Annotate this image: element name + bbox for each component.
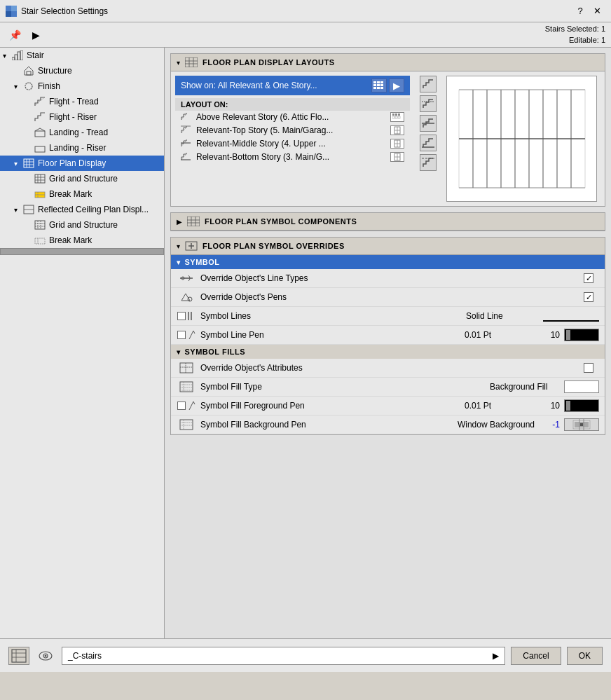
fills-sub-arrow: ▾ xyxy=(177,348,181,356)
sidebar-item-landing-tread[interactable]: Landing - Tread xyxy=(0,125,164,140)
symbol-line-pen-label: Symbol Line Pen xyxy=(200,330,460,340)
symbol-line-pen-color[interactable] xyxy=(564,329,599,341)
status-bar: Stairs Selected: 1 Editable: 1 xyxy=(545,24,605,46)
sidebar-item-flight-tread[interactable]: Flight - Tread xyxy=(0,94,164,109)
sidebar-item-break-mark-2[interactable]: Break Mark xyxy=(0,233,164,248)
svg-rect-49 xyxy=(395,114,397,116)
layout-row-1[interactable]: Relevant-Top Story (5. Main/Garag... xyxy=(175,124,410,137)
floor-plan-symbol-components-section: ▶ FLOOR PLAN SYMBOL COMPONENTS xyxy=(170,212,605,231)
layout-row-0[interactable]: Above Relevant Story (6. Attic Flo... xyxy=(175,111,410,124)
fill-bg-pen-num: -1 xyxy=(539,420,560,430)
pin-button[interactable]: 📌 xyxy=(6,26,24,44)
ok-button[interactable]: OK xyxy=(567,647,603,665)
override-attributes-checkbox[interactable] xyxy=(584,363,593,373)
svg-rect-82 xyxy=(187,217,200,226)
thumb-btn-3[interactable] xyxy=(420,135,437,151)
svg-rect-11 xyxy=(35,146,45,152)
svg-rect-1 xyxy=(11,6,17,11)
break-mark-2-label: Break Mark xyxy=(49,235,92,245)
help-button[interactable]: ? xyxy=(572,3,589,20)
fill-fg-pen-checkbox[interactable] xyxy=(177,402,186,410)
symbol-lines-value: Solid Line xyxy=(466,311,536,321)
selected-layout-row[interactable]: Show on: All Relevant & One Story... xyxy=(175,76,410,95)
layout-row-2[interactable]: Relevant-Middle Story (4. Upper ... xyxy=(175,137,410,151)
symbol-line-pen-checkbox[interactable] xyxy=(177,331,186,339)
floor-plan-symbol-overrides-section: ▾ FLOOR PLAN SYMBOL OVERRIDES ▾ SYMBOL xyxy=(170,237,605,435)
svg-rect-43 xyxy=(377,84,380,86)
thumb-btn-4[interactable] xyxy=(420,154,437,171)
symbol-components-header[interactable]: ▶ FLOOR PLAN SYMBOL COMPONENTS xyxy=(171,213,605,231)
cancel-button[interactable]: Cancel xyxy=(511,647,561,665)
sidebar-item-finish[interactable]: ▾ Finish xyxy=(0,78,164,94)
bottom-eye-icon[interactable] xyxy=(35,647,56,665)
override-line-types-icon xyxy=(177,271,196,285)
symbol-lines-label: Symbol Lines xyxy=(200,311,462,321)
prop-override-attributes: Override Object's Attributes xyxy=(171,359,605,378)
fill-type-color[interactable] xyxy=(564,380,599,393)
thumb-btn-2[interactable] xyxy=(420,115,437,132)
structure-icon xyxy=(22,65,35,76)
sidebar-item-reflected-ceiling[interactable]: ▾ Reflected Ceiling Plan Displ... xyxy=(0,202,164,217)
override-line-types-checkbox[interactable] xyxy=(584,273,593,283)
bottom-library-icon[interactable] xyxy=(8,647,29,665)
thumb-btn-1[interactable] xyxy=(420,95,437,112)
floor-plan-icon xyxy=(22,158,35,169)
symbol-fills-sub-header[interactable]: ▾ SYMBOL FILLS xyxy=(171,345,605,359)
title-bar: Stair Selection Settings ? ✕ xyxy=(0,0,611,22)
svg-rect-51 xyxy=(392,116,394,118)
thumb-btn-0[interactable] xyxy=(420,76,437,92)
prop-fill-type: Symbol Fill Type Background Fill xyxy=(171,378,605,397)
sidebar-item-floor-plan-display[interactable]: ▾ Floor Plan Display xyxy=(0,156,164,171)
fill-fg-pen-label: Symbol Fill Foreground Pen xyxy=(200,401,460,411)
override-pens-label: Override Object's Pens xyxy=(200,292,574,302)
svg-rect-2 xyxy=(6,11,11,17)
prop-override-pens: Override Object's Pens xyxy=(171,288,605,307)
fill-fg-pen-color[interactable] xyxy=(564,399,599,412)
toolbar: 📌 ▶ Stairs Selected: 1 Editable: 1 xyxy=(0,22,611,48)
symbol-sub-header[interactable]: ▾ SYMBOL xyxy=(171,255,605,269)
floor-plan-layouts-header[interactable]: ▾ FLOOR PLAN DISPLAY LAYOUTS xyxy=(171,54,605,71)
svg-rect-3 xyxy=(11,11,17,17)
svg-rect-32 xyxy=(35,238,45,244)
layouts-section-arrow: ▾ xyxy=(177,59,180,67)
sidebar-item-break-mark-1[interactable]: Break Mark xyxy=(0,186,164,202)
svg-rect-4 xyxy=(12,57,15,60)
bottom-dropdown[interactable]: _C-stairs ▶ xyxy=(62,647,505,665)
svg-rect-6 xyxy=(18,52,20,60)
sidebar-scrollbar[interactable] xyxy=(0,248,164,255)
override-pens-checkbox[interactable] xyxy=(584,292,593,302)
sidebar-item-flight-riser[interactable]: Flight - Riser xyxy=(0,109,164,125)
symbol-components-label: FLOOR PLAN SYMBOL COMPONENTS xyxy=(205,217,357,226)
symbol-overrides-header[interactable]: ▾ FLOOR PLAN SYMBOL OVERRIDES xyxy=(171,238,605,255)
sidebar-item-landing-riser[interactable]: Landing - Riser xyxy=(0,140,164,156)
prop-symbol-lines: Symbol Lines Solid Line xyxy=(171,307,605,326)
layout-forward-btn[interactable]: ▶ xyxy=(389,78,404,92)
finish-label: Finish xyxy=(38,81,60,91)
editable-count: Editable: 1 xyxy=(545,35,605,46)
prop-fill-bg-pen: Symbol Fill Background Pen Window Backgr… xyxy=(171,416,605,434)
svg-rect-40 xyxy=(377,81,380,83)
ceiling-arrow: ▾ xyxy=(14,206,22,214)
fill-bg-pen-color[interactable] xyxy=(564,418,599,431)
stair-arrow: ▾ xyxy=(3,52,11,60)
layout-name-0: Above Relevant Story (6. Attic Flo... xyxy=(196,112,386,122)
svg-rect-27 xyxy=(35,221,45,229)
layout-icon-2 xyxy=(181,139,192,149)
sidebar: ▾ Stair Structure xyxy=(0,48,165,638)
svg-rect-34 xyxy=(185,57,198,67)
layout-row-3[interactable]: Relevant-Bottom Story (3. Main/G... xyxy=(175,151,410,164)
sidebar-item-grid-structure-2[interactable]: Grid and Structure xyxy=(0,217,164,233)
svg-rect-114 xyxy=(12,650,26,662)
sidebar-item-stair[interactable]: ▾ Stair xyxy=(0,48,164,63)
sidebar-item-grid-structure-1[interactable]: Grid and Structure xyxy=(0,171,164,186)
title-bar-title: Stair Selection Settings xyxy=(21,6,572,16)
overrides-body: ▾ SYMBOL Override Object's Line Types xyxy=(171,255,605,434)
layout-icon-btn[interactable] xyxy=(371,78,387,92)
close-button[interactable]: ✕ xyxy=(589,3,605,20)
layout-icon-0 xyxy=(181,112,192,122)
svg-line-103 xyxy=(189,402,193,410)
forward-button[interactable]: ▶ xyxy=(27,26,45,44)
symbol-lines-checkbox[interactable] xyxy=(177,312,186,320)
sidebar-item-structure[interactable]: Structure xyxy=(0,63,164,78)
app-icon xyxy=(6,6,17,17)
